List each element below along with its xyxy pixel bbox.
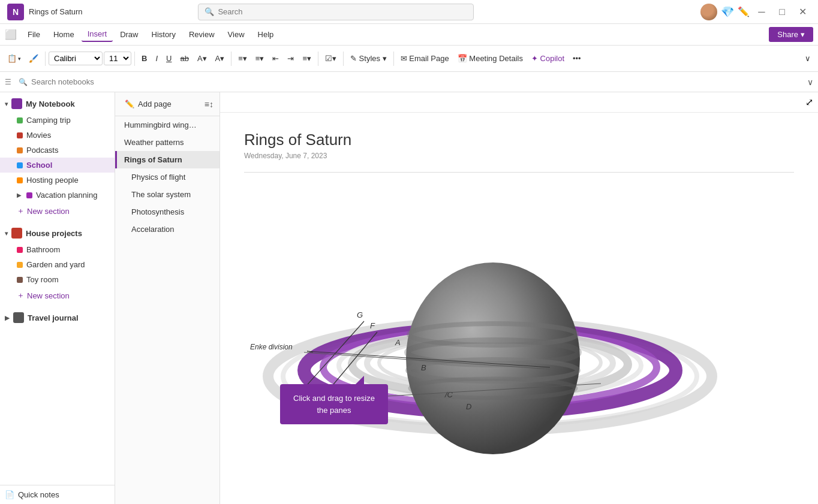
search-expand-icon[interactable]: ∨ [807,77,813,87]
page-title: Rings of Saturn [244,131,794,149]
page-item-photosynthesis[interactable]: Photosynthesis [115,203,219,221]
sidebar-item-bathroom[interactable]: Bathroom [0,242,115,257]
separator-4 [318,52,318,66]
global-search[interactable]: 🔍 [198,4,474,20]
meeting-details-button[interactable]: 📅 Meeting Details [454,52,527,65]
sidebar-item-label: Bathroom [26,245,60,254]
saturn-svg: G F A B /C D Enke division [244,185,724,472]
minimize-button[interactable]: ─ [753,4,770,20]
underline-button[interactable]: U [163,52,175,65]
notebook-name: House projects [26,229,82,238]
separator-1 [45,52,46,66]
separator-3 [231,52,231,66]
collapse-ribbon-icon[interactable]: ⬜ [5,29,17,40]
maximize-button[interactable]: □ [774,4,790,20]
section-color-dot [17,177,23,183]
indent-button[interactable]: ⇥ [284,52,297,65]
notebook-icon [11,228,22,239]
menu-file[interactable]: File [22,28,46,41]
italic-button[interactable]: I [152,52,161,65]
menu-review[interactable]: Review [183,28,221,41]
notebook-travel-journal-header[interactable]: ▶ Travel journal [0,309,115,327]
clipboard-button[interactable]: 📋▾ [4,52,25,65]
sidebar-item-school[interactable]: School [0,158,115,173]
page-item-physics[interactable]: Physics of flight [115,168,219,186]
new-section-button-house-projects[interactable]: ＋ New section [0,287,115,304]
new-section-label: New section [27,207,70,216]
page-item-solar-system[interactable]: The solar system [115,186,219,203]
separator-5 [343,52,344,66]
highlight-button[interactable]: A▾ [194,52,210,65]
copilot-button[interactable]: ✦ Copilot [528,52,568,65]
email-page-button[interactable]: ✉ Email Page [397,52,453,65]
search-input[interactable] [218,7,467,16]
share-button[interactable]: Share ▾ [769,27,813,42]
sidebar-item-label: Toy room [26,275,58,284]
page-item-weather[interactable]: Weather patterns [115,134,219,151]
quick-notes-item[interactable]: 📄 Quick notes [0,485,115,504]
expand-content-icon[interactable]: ⤢ [805,96,813,108]
menu-draw[interactable]: Draw [114,28,144,41]
format-painter-button[interactable]: 🖌️ [25,52,42,65]
notebook-icon [11,98,22,109]
sidebar-item-camping-trip[interactable]: Camping trip [0,113,115,128]
checkbox-button[interactable]: ☑▾ [321,52,340,65]
sidebar-item-label: Vacation planning [36,191,97,200]
numbered-list-button[interactable]: ≡▾ [252,52,268,65]
menu-insert[interactable]: Insert [82,27,113,42]
bold-button[interactable]: B [138,52,151,65]
notebook-search-bar: ☰ 🔍 ∨ [0,72,818,92]
hamburger-icon[interactable]: ☰ [5,78,11,86]
sidebar-item-label: Movies [26,131,51,140]
sort-pages-icon[interactable]: ≡↕ [204,99,213,109]
page-item-hummingbird[interactable]: Hummingbird wing… [115,116,219,134]
sidebar-item-garden-yard[interactable]: Garden and yard [0,257,115,272]
styles-button[interactable]: ✎ Styles ▾ [347,52,390,65]
notebook-house-projects-header[interactable]: ▾ House projects [0,224,115,242]
notebook-name: My Notebook [26,99,75,108]
sidebar-item-movies[interactable]: Movies [0,128,115,143]
close-button[interactable]: ✕ [794,4,811,20]
menu-help[interactable]: Help [252,28,280,41]
menu-home[interactable]: Home [47,28,80,41]
add-page-label: Add page [138,99,172,108]
menu-view[interactable]: View [222,28,251,41]
svg-text:/C: /C [444,390,453,399]
search-notebooks-input[interactable] [31,77,804,86]
outdent-button[interactable]: ⇤ [269,52,282,65]
notebook-travel-journal: ▶ Travel journal [0,306,115,329]
font-size-select[interactable]: 11 [104,52,131,65]
content-area[interactable]: Rings of Saturn Wednesday, June 7, 2023 [220,113,818,504]
sidebar-item-podcasts[interactable]: Podcasts [0,143,115,158]
menu-history[interactable]: History [146,28,182,41]
separator-6 [393,52,394,66]
svg-text:G: G [357,310,363,319]
title-bar: N Rings of Saturn 🔍 💎 ✏️ ─ □ ✕ [0,0,818,24]
page-item-accelaration[interactable]: Accelaration [115,221,219,238]
pen-icon[interactable]: ✏️ [738,6,750,17]
add-page-button[interactable]: ✏️ Add page [121,97,175,111]
align-button[interactable]: ≡▾ [299,52,315,65]
title-controls: 💎 ✏️ ─ □ ✕ [700,4,811,20]
sidebar-item-toy-room[interactable]: Toy room [0,272,115,287]
pages-panel: ✏️ Add page ≡↕ Hummingbird wing… Weather… [115,92,220,504]
strikethrough-button[interactable]: ab [176,52,192,65]
svg-text:A: A [395,338,401,347]
font-color-button[interactable]: A▾ [212,52,228,65]
font-family-select[interactable]: Calibri [49,52,103,65]
svg-text:D: D [466,402,471,411]
sidebar-item-label: School [26,161,52,170]
resize-tooltip: Click and drag to resize the panes [280,384,388,424]
more-button[interactable]: ••• [569,52,585,65]
collapse-toolbar-button[interactable]: ∨ [801,52,814,65]
sidebar-item-hosting-people[interactable]: Hosting people [0,173,115,188]
avatar[interactable] [700,4,717,20]
premium-icon[interactable]: 💎 [721,5,734,19]
svg-text:F: F [370,321,375,330]
new-section-button-my-notebook[interactable]: ＋ New section [0,203,115,219]
notebook-my-notebook: ▾ My Notebook Camping trip Movies Podcas… [0,92,115,222]
notebook-my-notebook-header[interactable]: ▾ My Notebook [0,95,115,113]
bullet-list-button[interactable]: ≡▾ [234,52,251,65]
sidebar-item-vacation-planning[interactable]: ▶ Vacation planning [0,188,115,203]
page-item-rings-of-saturn[interactable]: Rings of Saturn [115,151,219,168]
